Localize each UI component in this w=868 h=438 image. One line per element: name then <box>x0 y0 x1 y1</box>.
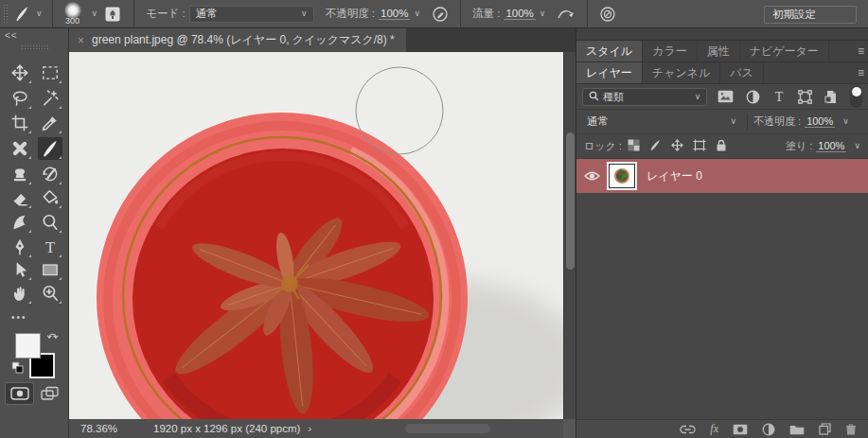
history-brush-tool[interactable] <box>38 163 62 185</box>
layer-blend-mode-dropdown[interactable]: 通常 ∨ <box>582 113 741 131</box>
brush-tool-selected[interactable] <box>38 137 62 160</box>
layer-name[interactable]: レイヤー 0 <box>647 168 702 184</box>
document-title: green plant.jpeg @ 78.4% (レイヤー 0, クイックマス… <box>92 32 395 48</box>
pen-tool[interactable] <box>8 236 32 258</box>
tool-preset-button[interactable]: 初期設定 <box>764 6 857 24</box>
canvas[interactable] <box>69 52 563 419</box>
tab-styles[interactable]: スタイル <box>576 41 643 61</box>
brush-settings-button[interactable]: 300 ∨ <box>59 2 98 26</box>
new-adjustment-layer-icon[interactable] <box>762 423 775 436</box>
vertical-scrollbar-thumb[interactable] <box>566 132 575 270</box>
eyedropper-tool[interactable] <box>38 112 62 134</box>
chevron-down-icon[interactable]: ∨ <box>842 117 849 126</box>
layer-visibility-toggle[interactable] <box>576 170 607 182</box>
lock-transparency-icon[interactable] <box>628 139 640 154</box>
fill-value[interactable]: 100% <box>816 140 846 152</box>
healing-brush-tool[interactable] <box>8 137 32 160</box>
chevron-down-icon[interactable]: ∨ <box>414 9 420 18</box>
more-tools-button[interactable]: ••• <box>11 312 27 323</box>
delete-layer-trash-icon[interactable] <box>845 423 857 435</box>
brush-panel-icon <box>103 5 122 24</box>
filter-smart-objects-icon[interactable] <box>824 90 838 104</box>
new-layer-icon[interactable] <box>819 423 831 435</box>
opacity-value[interactable]: 100% <box>379 8 410 20</box>
filter-pixel-layers-icon[interactable] <box>717 90 734 103</box>
path-select-tool[interactable] <box>8 258 32 281</box>
swap-colors-icon[interactable] <box>46 329 60 345</box>
marquee-tool[interactable] <box>38 61 62 84</box>
link-layers-icon[interactable] <box>680 425 696 434</box>
filter-type-layers-icon[interactable]: T <box>772 90 786 103</box>
dodge-tool[interactable] <box>38 211 62 234</box>
lock-artboard-icon[interactable] <box>693 139 706 154</box>
toolbox-collapse-button[interactable]: << <box>5 30 18 41</box>
lock-position-icon[interactable] <box>671 139 683 154</box>
magic-wand-tool[interactable] <box>38 87 62 110</box>
eye-icon <box>584 170 600 182</box>
tab-layers[interactable]: レイヤー <box>576 62 643 83</box>
gradient-tool[interactable] <box>38 186 62 209</box>
layers-empty-area[interactable] <box>576 193 868 419</box>
type-tool[interactable]: T <box>38 236 62 258</box>
chevron-down-icon[interactable]: ∨ <box>854 142 860 150</box>
eraser-tool[interactable] <box>8 186 32 209</box>
layer-styles-fx-icon[interactable]: fx <box>710 422 718 436</box>
brush-tool-preset-button[interactable]: ∨ <box>9 5 46 23</box>
airbrush-icon <box>599 6 616 23</box>
options-bar: ∨ 300 ∨ モード : 通常 ∨ 不透明度 : 100% ∨ <box>0 0 868 28</box>
hand-tool[interactable] <box>8 282 32 305</box>
move-tool[interactable] <box>8 61 32 84</box>
document-info[interactable]: 1920 px x 1296 px (240 ppcm) <box>153 423 300 434</box>
foreground-color-swatch[interactable] <box>15 333 41 359</box>
document-tab[interactable]: × green plant.jpeg @ 78.4% (レイヤー 0, クイック… <box>69 28 406 52</box>
shape-tool[interactable] <box>38 258 62 281</box>
filter-kind-label: 種類 <box>603 90 624 104</box>
layer-row-selected[interactable]: レイヤー 0 <box>576 159 868 193</box>
layer-thumbnail[interactable] <box>607 162 637 190</box>
pressure-opacity-button[interactable] <box>426 6 454 23</box>
chevron-down-icon[interactable]: ∨ <box>540 9 546 18</box>
airbrush-pressure-icon <box>432 6 449 23</box>
horizontal-scrollbar-thumb[interactable] <box>405 424 490 433</box>
add-layer-mask-icon[interactable] <box>733 424 748 435</box>
panel-menu-icon[interactable]: ≡ <box>858 66 864 79</box>
blend-mode-dropdown[interactable]: 通常 ∨ <box>189 6 314 23</box>
clone-stamp-tool[interactable] <box>8 163 32 185</box>
panel-tabs-top: スタイル カラー 属性 ナビゲーター ≡ <box>576 41 868 62</box>
lasso-tool[interactable] <box>8 87 32 110</box>
screen-mode-button[interactable] <box>40 385 61 402</box>
quick-mask-mode-button[interactable] <box>5 382 34 405</box>
dock-header[interactable] <box>576 28 868 41</box>
tab-channels[interactable]: チャンネル <box>643 62 720 83</box>
vertical-scrollbar[interactable] <box>563 52 576 419</box>
panel-menu-icon[interactable]: ≡ <box>858 44 864 58</box>
toggle-brush-panel-button[interactable] <box>97 5 128 24</box>
smoothing-button[interactable] <box>551 6 581 23</box>
toolbox-drag-handle[interactable] <box>21 44 49 49</box>
tab-properties[interactable]: 属性 <box>698 41 740 61</box>
filter-on-off-toggle[interactable] <box>850 85 862 108</box>
crop-tool[interactable] <box>8 112 32 134</box>
options-bar-drag-handle[interactable] <box>3 4 9 25</box>
airbrush-button[interactable] <box>593 6 622 23</box>
new-group-folder-icon[interactable] <box>789 424 805 435</box>
tool-preset-label: 初期設定 <box>772 8 816 22</box>
tab-color[interactable]: カラー <box>643 41 698 61</box>
smudge-tool[interactable] <box>8 211 32 234</box>
default-colors-icon[interactable] <box>11 361 25 377</box>
blend-mode-row: 通常 ∨ 不透明度 : 100% ∨ <box>576 109 868 133</box>
filter-adjustment-layers-icon[interactable] <box>746 90 760 104</box>
lock-all-icon[interactable] <box>716 139 727 154</box>
tab-navigator[interactable]: ナビゲーター <box>740 41 829 61</box>
filter-shape-layers-icon[interactable] <box>798 90 812 104</box>
status-chevron-icon[interactable]: › <box>308 423 311 434</box>
close-icon[interactable]: × <box>78 34 84 47</box>
tab-paths[interactable]: パス <box>720 62 764 83</box>
flow-value[interactable]: 100% <box>504 8 535 20</box>
layer-filter-type-dropdown[interactable]: 種類 ∨ <box>582 88 707 106</box>
layer-opacity-value[interactable]: 100% <box>805 115 835 128</box>
chevron-down-icon: ∨ <box>695 93 701 101</box>
zoom-level-field[interactable]: 78.36% <box>80 423 117 434</box>
zoom-tool[interactable] <box>38 282 62 305</box>
lock-pixels-icon[interactable] <box>649 139 662 154</box>
